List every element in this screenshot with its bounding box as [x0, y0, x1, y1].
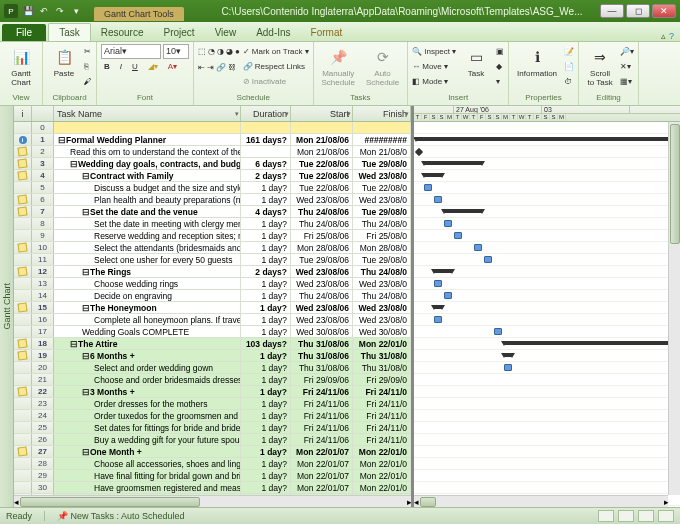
collapse-icon[interactable]: ⊟	[82, 447, 90, 457]
paste-button[interactable]: 📋Paste	[47, 44, 81, 80]
gantt-row[interactable]	[414, 326, 680, 338]
cut-button[interactable]: ✂	[84, 44, 92, 58]
collapse-icon[interactable]: ⊟	[70, 339, 78, 349]
table-row[interactable]: 27⊟One Month +1 day?Mon 22/01/07Mon 22/0…	[14, 446, 411, 458]
tab-project[interactable]: Project	[154, 24, 205, 41]
table-row[interactable]: 16Complete all honeymoon plans. If trave…	[14, 314, 411, 326]
gantt-bar[interactable]	[424, 173, 442, 177]
gantt-row[interactable]	[414, 278, 680, 290]
gantt-row[interactable]	[414, 206, 680, 218]
timeline-button[interactable]: ⏱	[564, 74, 574, 88]
tab-format[interactable]: Format	[301, 24, 353, 41]
find-button[interactable]: 🔎▾	[620, 44, 634, 58]
collapse-icon[interactable]: ⊟	[82, 207, 90, 217]
gantt-row[interactable]	[414, 446, 680, 458]
table-row[interactable]: 0	[14, 122, 411, 134]
gantt-bar[interactable]	[494, 328, 502, 335]
table-row[interactable]: 29Have final fitting for bridal gown and…	[14, 470, 411, 482]
view-team-button[interactable]	[638, 510, 654, 522]
gantt-bar[interactable]	[424, 184, 432, 191]
bold-button[interactable]: B	[101, 61, 113, 72]
gantt-bar[interactable]	[434, 280, 442, 287]
close-button[interactable]: ✕	[652, 4, 676, 18]
gantt-bar[interactable]	[474, 244, 482, 251]
gantt-row[interactable]	[414, 350, 680, 362]
redo-icon[interactable]: ↷	[54, 5, 66, 17]
table-row[interactable]: 24Order tuxedos for the groomsmen and fa…	[14, 410, 411, 422]
gantt-v-scrollbar[interactable]	[668, 122, 680, 495]
col-start[interactable]: Start▾	[291, 106, 353, 121]
gantt-bar[interactable]	[444, 292, 452, 299]
copy-button[interactable]: ⎘	[84, 59, 92, 73]
pct25-button[interactable]: ◔	[208, 47, 215, 56]
pct100-button[interactable]: ●	[235, 47, 240, 56]
gantt-bar[interactable]	[416, 137, 676, 141]
collapse-icon[interactable]: ⊟	[82, 351, 90, 361]
table-row[interactable]: 17Wedding Goals COMPLETE1 day?Wed 30/08/…	[14, 326, 411, 338]
minimize-ribbon-icon[interactable]: ▵	[661, 31, 666, 41]
auto-schedule-button[interactable]: ⟳Auto Schedule	[362, 44, 403, 89]
table-row[interactable]: 8Set the date in meeting with clergy mem…	[14, 218, 411, 230]
task-button[interactable]: ▭Task	[459, 44, 493, 80]
table-row[interactable]: 3⊟Wedding day goals, contracts, and budg…	[14, 158, 411, 170]
gantt-chart[interactable]: 27 Aug '0603 TFSSMTWTFSSMTWTFSSM ◂▸	[414, 106, 680, 507]
gantt-row[interactable]	[414, 290, 680, 302]
gantt-row[interactable]	[414, 194, 680, 206]
gantt-row[interactable]	[414, 254, 680, 266]
view-gantt-button[interactable]	[598, 510, 614, 522]
table-row[interactable]: 5Discuss a budget and the size and style…	[14, 182, 411, 194]
tab-resource[interactable]: Resource	[91, 24, 154, 41]
gantt-bar[interactable]	[434, 196, 442, 203]
view-usage-button[interactable]	[618, 510, 634, 522]
gantt-row[interactable]	[414, 122, 680, 134]
table-row[interactable]: 15⊟The Honeymoon1 day?Wed 23/08/06Wed 23…	[14, 302, 411, 314]
gantt-bar[interactable]	[504, 364, 512, 371]
view-bar[interactable]: Gantt Chart	[0, 106, 14, 507]
collapse-icon[interactable]: ⊟	[70, 159, 78, 169]
gantt-row[interactable]	[414, 434, 680, 446]
details-button[interactable]: 📄	[564, 59, 574, 73]
table-row[interactable]: 26Buy a wedding gift for your future spo…	[14, 434, 411, 446]
gantt-bar[interactable]	[444, 220, 452, 227]
gantt-row[interactable]	[414, 374, 680, 386]
format-painter-button[interactable]: 🖌	[84, 74, 92, 88]
table-row[interactable]: 11Select one usher for every 50 guests1 …	[14, 254, 411, 266]
gantt-row[interactable]	[414, 170, 680, 182]
manually-schedule-button[interactable]: 📌Manually Schedule	[318, 44, 359, 89]
gantt-bar[interactable]	[504, 341, 674, 345]
col-finish[interactable]: Finish▾	[353, 106, 411, 121]
font-color-button[interactable]: A▾	[165, 61, 180, 72]
table-row[interactable]: 6Plan health and beauty preparations (na…	[14, 194, 411, 206]
help-icon[interactable]: ?	[669, 31, 674, 41]
gantt-chart-button[interactable]: 📊Gantt Chart	[4, 44, 38, 89]
gantt-bar[interactable]	[484, 256, 492, 263]
table-row[interactable]: 25Set dates for fittings for bride and b…	[14, 422, 411, 434]
scroll-to-task-button[interactable]: ⇒Scroll to Task	[583, 44, 617, 89]
gantt-row[interactable]	[414, 134, 680, 146]
gantt-row[interactable]	[414, 230, 680, 242]
col-id[interactable]	[32, 106, 54, 121]
minimize-button[interactable]: —	[600, 4, 624, 18]
gantt-bar[interactable]	[434, 305, 442, 309]
gantt-row[interactable]	[414, 314, 680, 326]
gantt-row[interactable]	[414, 158, 680, 170]
status-mode[interactable]: 📌 New Tasks : Auto Scheduled	[57, 511, 184, 521]
inspect-button[interactable]: 🔍 Inspect ▾	[412, 44, 456, 58]
gantt-row[interactable]	[414, 362, 680, 374]
view-sheet-button[interactable]	[658, 510, 674, 522]
table-row[interactable]: 9Reserve wedding and reception sites; ma…	[14, 230, 411, 242]
gantt-row[interactable]	[414, 266, 680, 278]
table-row[interactable]: 30Have groomsmen registered and measured…	[14, 482, 411, 494]
gantt-row[interactable]	[414, 458, 680, 470]
gantt-row[interactable]	[414, 386, 680, 398]
collapse-icon[interactable]: ⊟	[82, 303, 90, 313]
gantt-bar[interactable]	[454, 232, 462, 239]
table-row[interactable]: 22⊟3 Months +1 day?Fri 24/11/06Fri 24/11…	[14, 386, 411, 398]
pct0-button[interactable]: ⬚	[198, 47, 206, 56]
collapse-icon[interactable]: ⊟	[82, 267, 90, 277]
table-row[interactable]: 13Choose wedding rings1 day?Wed 23/08/06…	[14, 278, 411, 290]
move-button[interactable]: ↔ Move ▾	[412, 59, 456, 73]
collapse-icon[interactable]: ⊟	[82, 387, 90, 397]
gantt-bar[interactable]	[504, 353, 512, 357]
save-icon[interactable]: 💾	[22, 5, 34, 17]
